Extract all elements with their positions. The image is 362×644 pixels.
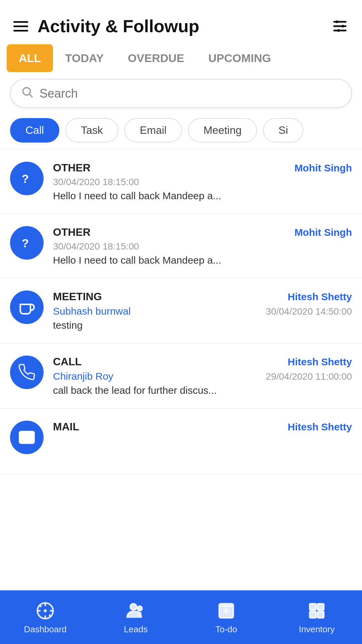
- svg-rect-27: [317, 604, 324, 610]
- filter-task[interactable]: Task: [65, 118, 118, 143]
- dashboard-icon: [35, 600, 56, 622]
- svg-point-12: [44, 609, 47, 612]
- filter-meeting[interactable]: Meeting: [188, 118, 257, 143]
- activity-content: MEETING Hitesh Shetty Subhash burnwal 30…: [53, 290, 352, 331]
- activity-assignee: Hitesh Shetty: [288, 421, 352, 433]
- nav-item-inventory[interactable]: Inventory: [272, 600, 362, 635]
- activity-avatar-question: ?: [10, 226, 44, 260]
- svg-point-5: [337, 29, 340, 32]
- activity-content: OTHER Mohit Singh 30/04/2020 18:15:00 He…: [53, 226, 352, 266]
- activity-assignee: Hitesh Shetty: [288, 356, 352, 368]
- search-icon: [21, 86, 34, 101]
- activity-avatar-mail: [10, 421, 44, 454]
- activity-avatar-coffee: [10, 290, 44, 324]
- tab-overdue[interactable]: OVERDUE: [116, 44, 196, 72]
- tab-all[interactable]: ALL: [7, 44, 53, 72]
- activity-item[interactable]: ? OTHER Mohit Singh 30/04/2020 18:15:00 …: [0, 214, 362, 278]
- activity-item[interactable]: ? OTHER Mohit Singh 30/04/2020 18:15:00 …: [0, 150, 362, 214]
- svg-line-7: [29, 94, 33, 97]
- activity-type: MAIL: [53, 421, 79, 433]
- search-input[interactable]: [40, 87, 341, 101]
- svg-point-19: [130, 604, 137, 610]
- svg-text:?: ?: [22, 237, 29, 250]
- activity-note: Hello I need to call back Mandeep a...: [53, 190, 352, 202]
- nav-item-dashboard[interactable]: Dashboard: [0, 600, 90, 635]
- activity-note: Hello I need to call back Mandeep a...: [53, 255, 352, 266]
- activity-type: OTHER: [53, 162, 90, 174]
- filter-tabs: ALL TODAY OVERDUE UPCOMING: [0, 44, 362, 72]
- nav-label-leads: Leads: [124, 624, 148, 635]
- activity-note: testing: [53, 320, 352, 331]
- todo-icon: [216, 600, 237, 622]
- activity-type: OTHER: [53, 226, 90, 238]
- activity-subtitle: Chiranjib Roy: [53, 371, 113, 382]
- activity-content: CALL Hitesh Shetty Chiranjib Roy 29/04/2…: [53, 356, 352, 396]
- inventory-icon: [306, 600, 327, 622]
- tab-today[interactable]: TODAY: [53, 44, 116, 72]
- activity-assignee: Hitesh Shetty: [288, 291, 352, 303]
- filter-call[interactable]: Call: [10, 118, 59, 143]
- activity-type: MEETING: [53, 290, 102, 303]
- filter-si[interactable]: Si: [263, 118, 303, 143]
- svg-rect-28: [317, 611, 324, 618]
- svg-rect-26: [310, 611, 316, 618]
- activity-assignee: Mohit Singh: [294, 162, 352, 174]
- nav-item-leads[interactable]: Leads: [90, 600, 181, 635]
- svg-point-20: [137, 606, 142, 611]
- svg-point-4: [342, 25, 344, 28]
- activity-content: OTHER Mohit Singh 30/04/2020 18:15:00 He…: [53, 162, 352, 202]
- search-bar: [10, 79, 352, 108]
- svg-rect-25: [310, 604, 316, 610]
- activity-item[interactable]: MAIL Hitesh Shetty: [0, 409, 362, 475]
- activity-date: 30/04/2020 18:15:00: [53, 177, 352, 187]
- page-title: Activity & Followup: [38, 16, 199, 36]
- activity-type: CALL: [53, 356, 81, 368]
- activity-date: 30/04/2020 14:50:00: [266, 306, 352, 317]
- nav-item-todo[interactable]: To-do: [181, 600, 272, 635]
- activity-note: call back the lead for further discus...: [53, 385, 352, 396]
- activity-avatar-question: ?: [10, 162, 44, 195]
- activity-item[interactable]: MEETING Hitesh Shetty Subhash burnwal 30…: [0, 278, 362, 343]
- activity-date: 30/04/2020 18:15:00: [53, 241, 352, 252]
- activity-content: MAIL Hitesh Shetty: [53, 421, 352, 433]
- header: Activity & Followup: [0, 0, 362, 44]
- bottom-navigation: Dashboard Leads To-do: [0, 590, 362, 644]
- tab-upcoming[interactable]: UPCOMING: [196, 44, 283, 72]
- menu-icon[interactable]: [13, 21, 28, 32]
- nav-label-dashboard: Dashboard: [24, 624, 66, 635]
- filter-email[interactable]: Email: [124, 118, 182, 143]
- activity-subtitle: Subhash burnwal: [53, 306, 131, 317]
- nav-label-inventory: Inventory: [299, 624, 335, 635]
- svg-point-3: [336, 20, 338, 23]
- activity-type-filters: Call Task Email Meeting Si: [0, 118, 362, 149]
- nav-label-todo: To-do: [215, 624, 237, 635]
- filter-settings-icon[interactable]: [331, 17, 349, 35]
- svg-point-6: [23, 88, 30, 95]
- svg-text:?: ?: [22, 172, 29, 185]
- leads-icon: [125, 600, 146, 622]
- svg-rect-24: [221, 605, 232, 607]
- activity-assignee: Mohit Singh: [294, 227, 352, 238]
- activity-avatar-phone: [10, 356, 44, 389]
- activity-list: ? OTHER Mohit Singh 30/04/2020 18:15:00 …: [0, 150, 362, 475]
- activity-item[interactable]: CALL Hitesh Shetty Chiranjib Roy 29/04/2…: [0, 343, 362, 409]
- activity-date: 29/04/2020 11:00:00: [266, 371, 352, 382]
